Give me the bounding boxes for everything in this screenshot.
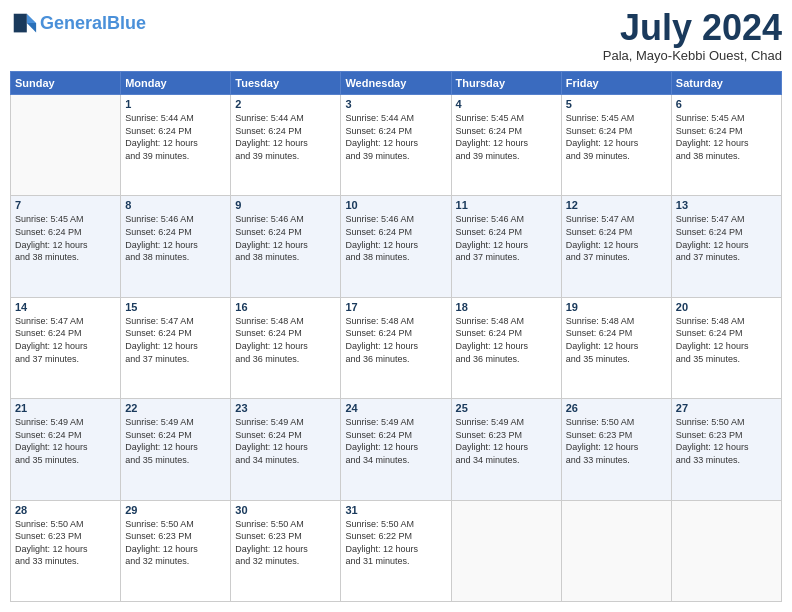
month-title: July 2024: [603, 10, 782, 46]
day-info: Sunrise: 5:46 AMSunset: 6:24 PMDaylight:…: [345, 213, 446, 263]
day-number: 16: [235, 301, 336, 313]
day-info: Sunrise: 5:49 AMSunset: 6:24 PMDaylight:…: [235, 416, 336, 466]
day-number: 3: [345, 98, 446, 110]
day-number: 26: [566, 402, 667, 414]
weekday-header: Sunday: [11, 72, 121, 95]
day-info: Sunrise: 5:45 AMSunset: 6:24 PMDaylight:…: [15, 213, 116, 263]
calendar-cell: 31Sunrise: 5:50 AMSunset: 6:22 PMDayligh…: [341, 500, 451, 601]
calendar-cell: 27Sunrise: 5:50 AMSunset: 6:23 PMDayligh…: [671, 399, 781, 500]
calendar-cell: [11, 95, 121, 196]
calendar-cell: [671, 500, 781, 601]
day-info: Sunrise: 5:47 AMSunset: 6:24 PMDaylight:…: [125, 315, 226, 365]
location: Pala, Mayo-Kebbi Ouest, Chad: [603, 48, 782, 63]
calendar-week-row: 21Sunrise: 5:49 AMSunset: 6:24 PMDayligh…: [11, 399, 782, 500]
calendar-cell: 22Sunrise: 5:49 AMSunset: 6:24 PMDayligh…: [121, 399, 231, 500]
calendar-week-row: 1Sunrise: 5:44 AMSunset: 6:24 PMDaylight…: [11, 95, 782, 196]
calendar-cell: 28Sunrise: 5:50 AMSunset: 6:23 PMDayligh…: [11, 500, 121, 601]
day-number: 31: [345, 504, 446, 516]
day-number: 24: [345, 402, 446, 414]
day-number: 8: [125, 199, 226, 211]
day-info: Sunrise: 5:49 AMSunset: 6:24 PMDaylight:…: [125, 416, 226, 466]
weekday-header: Monday: [121, 72, 231, 95]
calendar-cell: 7Sunrise: 5:45 AMSunset: 6:24 PMDaylight…: [11, 196, 121, 297]
calendar-cell: 18Sunrise: 5:48 AMSunset: 6:24 PMDayligh…: [451, 297, 561, 398]
weekday-header: Saturday: [671, 72, 781, 95]
title-area: July 2024 Pala, Mayo-Kebbi Ouest, Chad: [603, 10, 782, 63]
day-info: Sunrise: 5:48 AMSunset: 6:24 PMDaylight:…: [456, 315, 557, 365]
calendar-cell: 29Sunrise: 5:50 AMSunset: 6:23 PMDayligh…: [121, 500, 231, 601]
day-number: 5: [566, 98, 667, 110]
day-info: Sunrise: 5:48 AMSunset: 6:24 PMDaylight:…: [345, 315, 446, 365]
day-info: Sunrise: 5:47 AMSunset: 6:24 PMDaylight:…: [566, 213, 667, 263]
svg-marker-0: [27, 14, 36, 23]
weekday-header: Wednesday: [341, 72, 451, 95]
calendar-cell: 16Sunrise: 5:48 AMSunset: 6:24 PMDayligh…: [231, 297, 341, 398]
day-number: 17: [345, 301, 446, 313]
day-number: 2: [235, 98, 336, 110]
day-info: Sunrise: 5:50 AMSunset: 6:23 PMDaylight:…: [566, 416, 667, 466]
day-info: Sunrise: 5:49 AMSunset: 6:24 PMDaylight:…: [345, 416, 446, 466]
calendar-cell: 26Sunrise: 5:50 AMSunset: 6:23 PMDayligh…: [561, 399, 671, 500]
calendar-cell: 20Sunrise: 5:48 AMSunset: 6:24 PMDayligh…: [671, 297, 781, 398]
day-info: Sunrise: 5:45 AMSunset: 6:24 PMDaylight:…: [456, 112, 557, 162]
logo-text: GeneralBlue: [40, 14, 146, 34]
calendar-cell: [451, 500, 561, 601]
calendar-cell: 14Sunrise: 5:47 AMSunset: 6:24 PMDayligh…: [11, 297, 121, 398]
day-number: 27: [676, 402, 777, 414]
calendar-cell: 8Sunrise: 5:46 AMSunset: 6:24 PMDaylight…: [121, 196, 231, 297]
day-info: Sunrise: 5:50 AMSunset: 6:22 PMDaylight:…: [345, 518, 446, 568]
calendar-week-row: 14Sunrise: 5:47 AMSunset: 6:24 PMDayligh…: [11, 297, 782, 398]
day-number: 22: [125, 402, 226, 414]
day-info: Sunrise: 5:46 AMSunset: 6:24 PMDaylight:…: [235, 213, 336, 263]
calendar-cell: 30Sunrise: 5:50 AMSunset: 6:23 PMDayligh…: [231, 500, 341, 601]
day-info: Sunrise: 5:44 AMSunset: 6:24 PMDaylight:…: [345, 112, 446, 162]
calendar-cell: 25Sunrise: 5:49 AMSunset: 6:23 PMDayligh…: [451, 399, 561, 500]
logo-blue: Blue: [107, 13, 146, 33]
logo: GeneralBlue: [10, 10, 146, 38]
calendar-cell: 6Sunrise: 5:45 AMSunset: 6:24 PMDaylight…: [671, 95, 781, 196]
day-number: 28: [15, 504, 116, 516]
day-info: Sunrise: 5:45 AMSunset: 6:24 PMDaylight:…: [676, 112, 777, 162]
calendar-cell: 1Sunrise: 5:44 AMSunset: 6:24 PMDaylight…: [121, 95, 231, 196]
calendar-cell: 9Sunrise: 5:46 AMSunset: 6:24 PMDaylight…: [231, 196, 341, 297]
calendar-cell: 15Sunrise: 5:47 AMSunset: 6:24 PMDayligh…: [121, 297, 231, 398]
day-info: Sunrise: 5:48 AMSunset: 6:24 PMDaylight:…: [566, 315, 667, 365]
day-number: 23: [235, 402, 336, 414]
day-number: 25: [456, 402, 557, 414]
svg-rect-2: [14, 14, 27, 33]
day-number: 19: [566, 301, 667, 313]
day-info: Sunrise: 5:49 AMSunset: 6:24 PMDaylight:…: [15, 416, 116, 466]
page: GeneralBlue July 2024 Pala, Mayo-Kebbi O…: [0, 0, 792, 612]
day-info: Sunrise: 5:50 AMSunset: 6:23 PMDaylight:…: [15, 518, 116, 568]
day-number: 1: [125, 98, 226, 110]
day-number: 12: [566, 199, 667, 211]
day-info: Sunrise: 5:49 AMSunset: 6:23 PMDaylight:…: [456, 416, 557, 466]
calendar-cell: 2Sunrise: 5:44 AMSunset: 6:24 PMDaylight…: [231, 95, 341, 196]
day-info: Sunrise: 5:46 AMSunset: 6:24 PMDaylight:…: [456, 213, 557, 263]
calendar-cell: 19Sunrise: 5:48 AMSunset: 6:24 PMDayligh…: [561, 297, 671, 398]
calendar-cell: 5Sunrise: 5:45 AMSunset: 6:24 PMDaylight…: [561, 95, 671, 196]
calendar-cell: 3Sunrise: 5:44 AMSunset: 6:24 PMDaylight…: [341, 95, 451, 196]
day-number: 21: [15, 402, 116, 414]
day-number: 9: [235, 199, 336, 211]
calendar-cell: 24Sunrise: 5:49 AMSunset: 6:24 PMDayligh…: [341, 399, 451, 500]
day-number: 14: [15, 301, 116, 313]
header: GeneralBlue July 2024 Pala, Mayo-Kebbi O…: [10, 10, 782, 63]
day-info: Sunrise: 5:47 AMSunset: 6:24 PMDaylight:…: [15, 315, 116, 365]
day-info: Sunrise: 5:50 AMSunset: 6:23 PMDaylight:…: [676, 416, 777, 466]
day-number: 30: [235, 504, 336, 516]
day-info: Sunrise: 5:48 AMSunset: 6:24 PMDaylight:…: [235, 315, 336, 365]
calendar-table: SundayMondayTuesdayWednesdayThursdayFrid…: [10, 71, 782, 602]
calendar-header-row: SundayMondayTuesdayWednesdayThursdayFrid…: [11, 72, 782, 95]
calendar-cell: 17Sunrise: 5:48 AMSunset: 6:24 PMDayligh…: [341, 297, 451, 398]
calendar-week-row: 28Sunrise: 5:50 AMSunset: 6:23 PMDayligh…: [11, 500, 782, 601]
day-info: Sunrise: 5:46 AMSunset: 6:24 PMDaylight:…: [125, 213, 226, 263]
day-number: 7: [15, 199, 116, 211]
svg-marker-1: [27, 23, 36, 32]
calendar-cell: 10Sunrise: 5:46 AMSunset: 6:24 PMDayligh…: [341, 196, 451, 297]
day-number: 10: [345, 199, 446, 211]
day-info: Sunrise: 5:44 AMSunset: 6:24 PMDaylight:…: [125, 112, 226, 162]
day-number: 6: [676, 98, 777, 110]
weekday-header: Tuesday: [231, 72, 341, 95]
day-info: Sunrise: 5:48 AMSunset: 6:24 PMDaylight:…: [676, 315, 777, 365]
